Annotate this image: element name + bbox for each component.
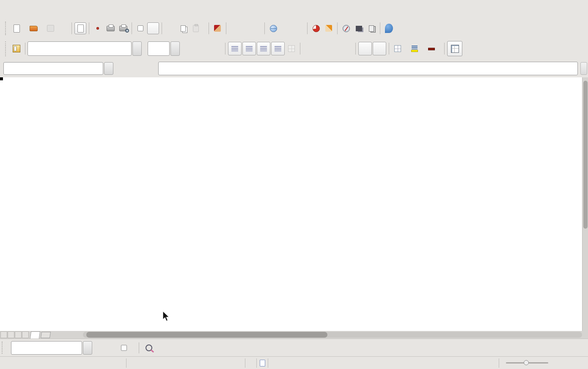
match-case-checkbox[interactable] — [121, 345, 127, 351]
export-pdf-icon[interactable] — [92, 22, 104, 34]
borders-dropdown-icon[interactable] — [404, 43, 408, 55]
edit-mode-icon[interactable] — [74, 22, 86, 34]
sheet-tab-bar — [0, 331, 588, 339]
name-box[interactable] — [3, 62, 103, 75]
vertical-scrollbar[interactable] — [582, 77, 588, 331]
fill-handle[interactable] — [0, 77, 3, 80]
find-toolbar — [0, 339, 588, 356]
sum-icon[interactable] — [128, 62, 142, 75]
undo-icon[interactable] — [229, 22, 241, 34]
navigator-icon[interactable] — [340, 22, 352, 34]
find-history-dropdown-icon[interactable] — [83, 341, 92, 355]
styles-icon[interactable] — [11, 43, 22, 55]
open-file-dropdown-icon[interactable] — [40, 22, 44, 34]
bold-icon[interactable] — [185, 43, 197, 55]
find-and-replace-icon[interactable] — [143, 342, 155, 354]
data-sources-icon[interactable] — [365, 22, 377, 34]
document-modified-icon[interactable] — [257, 360, 268, 366]
find-input[interactable] — [11, 341, 82, 355]
new-document-icon[interactable] — [11, 22, 22, 34]
equals-icon[interactable] — [142, 62, 157, 75]
menu-bar — [0, 0, 588, 19]
libreoffice-calc-window — [0, 0, 588, 369]
borders-icon[interactable] — [392, 43, 404, 55]
background-color-dropdown-icon[interactable] — [421, 43, 425, 55]
cut-icon[interactable] — [165, 22, 176, 34]
next-sheet-icon[interactable] — [15, 331, 22, 338]
previous-sheet-icon[interactable] — [8, 331, 14, 338]
percent-format-icon[interactable] — [316, 43, 327, 55]
name-box-dropdown-icon[interactable] — [104, 62, 113, 75]
italic-icon[interactable] — [198, 43, 210, 55]
border-color-icon[interactable] — [426, 43, 437, 55]
delete-decimal-icon[interactable] — [341, 43, 353, 55]
selected-cell-border — [0, 77, 2, 79]
formula-bar-expand-icon[interactable] — [580, 62, 587, 75]
undo-dropdown-icon[interactable] — [241, 22, 245, 34]
sheet-tab-sheet1[interactable] — [30, 331, 40, 339]
print-preview-icon[interactable] — [117, 22, 129, 34]
show-draw-functions-icon[interactable] — [323, 22, 335, 34]
currency-format-icon[interactable] — [303, 43, 315, 55]
underline-icon[interactable] — [211, 43, 223, 55]
freeze-rows-columns-icon[interactable] — [447, 41, 462, 56]
status-bar — [0, 356, 588, 369]
copy-icon[interactable] — [177, 22, 189, 34]
add-sheet-icon[interactable] — [41, 332, 51, 338]
print-icon[interactable] — [104, 22, 116, 34]
font-size-combo[interactable] — [148, 41, 170, 56]
zoom-slider-knob[interactable] — [524, 360, 529, 365]
zoom-slider[interactable] — [503, 362, 551, 364]
paste-icon[interactable] — [190, 22, 202, 34]
font-name-combo[interactable] — [27, 41, 132, 56]
new-document-dropdown-icon[interactable] — [23, 22, 27, 34]
align-left-icon[interactable] — [228, 42, 242, 55]
auto-spellcheck-icon[interactable] — [147, 22, 159, 34]
sort-descending-icon[interactable] — [293, 22, 305, 34]
insert-chart-icon[interactable] — [310, 22, 322, 34]
help-icon[interactable] — [383, 22, 395, 34]
background-color-icon[interactable] — [409, 43, 420, 55]
hyperlink-icon[interactable] — [267, 22, 279, 34]
vertical-scrollbar-thumb[interactable] — [583, 81, 588, 229]
merge-cells-icon[interactable] — [286, 43, 297, 55]
open-file-icon[interactable] — [27, 22, 39, 34]
decrease-indent-icon[interactable] — [358, 42, 372, 55]
spelling-icon[interactable] — [135, 22, 146, 34]
email-icon[interactable] — [57, 22, 69, 34]
add-decimal-icon[interactable] — [328, 43, 340, 55]
border-color-dropdown-icon[interactable] — [438, 43, 442, 55]
paste-dropdown-icon[interactable] — [202, 22, 206, 34]
zoom-slider-track[interactable] — [506, 362, 548, 364]
save-icon[interactable] — [44, 22, 56, 34]
formula-bar — [0, 59, 588, 77]
window-close-icon[interactable] — [574, 3, 585, 14]
formatting-toolbar — [0, 38, 588, 59]
align-justified-icon[interactable] — [271, 42, 285, 55]
redo-icon[interactable] — [246, 22, 258, 34]
horizontal-scrollbar[interactable] — [83, 332, 582, 338]
redo-dropdown-icon[interactable] — [258, 22, 262, 34]
horizontal-scrollbar-thumb[interactable] — [86, 332, 327, 338]
gallery-icon[interactable] — [353, 22, 365, 34]
align-right-icon[interactable] — [257, 42, 270, 55]
standard-toolbar — [0, 19, 588, 38]
clone-formatting-icon[interactable] — [212, 22, 223, 34]
align-center-icon[interactable] — [242, 42, 256, 55]
first-sheet-icon[interactable] — [0, 331, 7, 338]
spreadsheet-grid[interactable] — [0, 77, 582, 331]
font-size-dropdown-icon[interactable] — [170, 41, 180, 56]
last-sheet-icon[interactable] — [22, 331, 29, 338]
formula-input[interactable] — [158, 62, 578, 75]
font-name-dropdown-icon[interactable] — [132, 41, 142, 56]
increase-indent-icon[interactable] — [373, 42, 386, 55]
function-wizard-icon[interactable] — [113, 62, 128, 75]
sort-ascending-icon[interactable] — [280, 22, 292, 34]
